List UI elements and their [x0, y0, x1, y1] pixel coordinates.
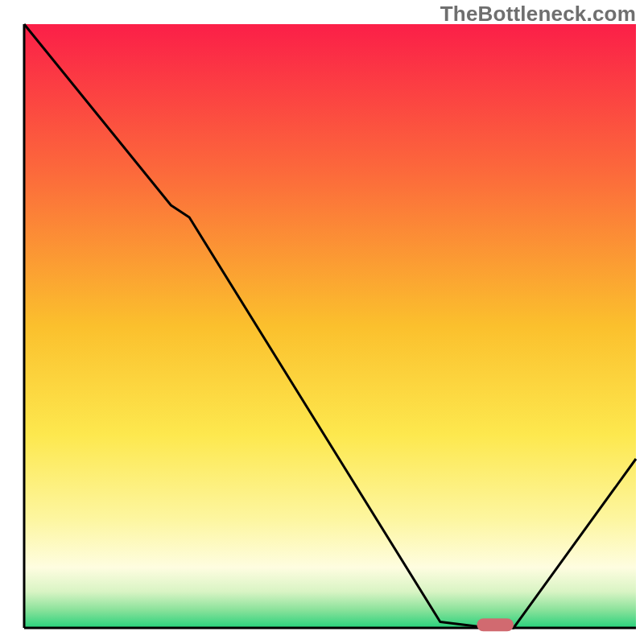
chart-container: TheBottleneck.com — [0, 0, 644, 644]
bottleneck-chart — [0, 0, 644, 644]
optimal-marker — [477, 618, 514, 631]
plot-background — [24, 24, 636, 628]
watermark-text: TheBottleneck.com — [440, 2, 636, 27]
